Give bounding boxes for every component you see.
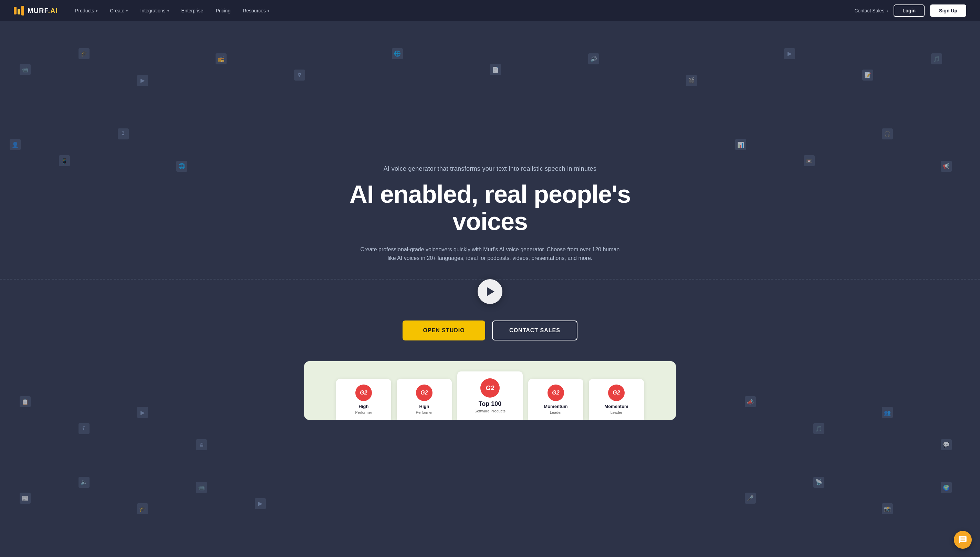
bg-icon: 📣 xyxy=(745,396,756,407)
nav-item-create[interactable]: Create ▾ xyxy=(105,5,132,16)
cta-buttons: OPEN STUDIO CONTACT SALES xyxy=(335,321,645,340)
logo-bar-2 xyxy=(18,9,20,15)
chevron-down-icon: ▾ xyxy=(126,9,128,13)
login-button[interactable]: Login xyxy=(894,5,925,17)
bg-icon: 🔊 xyxy=(588,53,599,64)
bg-icon: ▶ xyxy=(137,407,148,418)
bg-icon: 📸 xyxy=(882,503,893,514)
bg-icon: 📼 xyxy=(804,155,815,166)
contact-sales-label: Contact Sales xyxy=(854,8,884,13)
open-studio-button[interactable]: OPEN STUDIO xyxy=(403,321,485,340)
bg-icon: 📹 xyxy=(196,482,207,493)
award-card-5: G2 Momentum Leader xyxy=(589,379,644,420)
bg-icon: 📊 xyxy=(735,139,746,150)
bg-icon: 🎙 xyxy=(294,70,305,81)
chat-icon xyxy=(958,535,967,544)
award-card-4: G2 Momentum Leader xyxy=(528,379,583,420)
bg-icon: 🎵 xyxy=(931,53,942,64)
award-card-2: G2 High Performer xyxy=(397,379,452,420)
play-button[interactable] xyxy=(478,279,502,304)
navbar: MURF.AI Products ▾ Create ▾ Integrations… xyxy=(0,0,980,21)
award-sub-1: Performer xyxy=(341,410,386,414)
nav-item-resources[interactable]: Resources ▾ xyxy=(238,5,274,16)
hero-title: AI enabled, real people's voices xyxy=(335,181,645,235)
bg-icon: 🎓 xyxy=(137,503,148,514)
nav-item-products[interactable]: Products ▾ xyxy=(70,5,102,16)
logo-text: MURF.AI xyxy=(28,7,58,15)
bg-icon: 📰 xyxy=(20,493,31,504)
nav-label-pricing: Pricing xyxy=(215,8,230,13)
logo-bar-3 xyxy=(21,6,24,15)
navbar-right: Contact Sales › Login Sign Up xyxy=(854,5,966,17)
bg-icon: ▶ xyxy=(255,498,266,509)
bg-icon: 📋 xyxy=(20,396,31,407)
award-title-3: Top 100 xyxy=(463,401,517,407)
g2-badge-5: G2 xyxy=(608,384,625,401)
logo-suffix: .AI xyxy=(48,7,58,15)
awards-container: G2 High Performer G2 High Performer G2 T… xyxy=(304,361,676,420)
g2-badge-2: G2 xyxy=(416,384,432,401)
award-title-5: Momentum xyxy=(594,404,639,409)
chevron-down-icon: ▾ xyxy=(267,9,269,13)
bg-icon: 📱 xyxy=(59,155,70,166)
chevron-down-icon: ▾ xyxy=(96,9,98,13)
bg-icon: 🔈 xyxy=(78,477,90,488)
bg-icon: 📄 xyxy=(490,64,501,75)
nav-item-pricing[interactable]: Pricing xyxy=(211,5,235,16)
bg-icon: 🎤 xyxy=(745,493,756,504)
nav-label-create: Create xyxy=(110,8,124,13)
award-card-1: G2 High Performer xyxy=(336,379,391,420)
bg-icon: 📢 xyxy=(941,161,952,172)
bg-icon: 🎧 xyxy=(882,129,893,139)
play-button-wrapper xyxy=(335,279,645,304)
contact-sales-nav[interactable]: Contact Sales › xyxy=(854,8,888,13)
play-icon xyxy=(487,287,494,296)
nav-label-integrations: Integrations xyxy=(140,8,165,13)
award-sub-5: Leader xyxy=(594,410,639,414)
nav-item-integrations[interactable]: Integrations ▾ xyxy=(135,5,174,16)
award-title-2: High xyxy=(401,404,447,409)
hero-section: 📹 🎓 ▶ 📻 🎙 🌐 📄 🔊 🎬 ▶ 📝 🎵 👤 📱 🎙 🌐 📊 📼 🎧 📢 … xyxy=(0,21,980,557)
nav-label-products: Products xyxy=(75,8,94,13)
nav-items: Products ▾ Create ▾ Integrations ▾ Enter… xyxy=(70,5,274,16)
bg-icon: 📻 xyxy=(215,53,227,64)
bg-icon: 📝 xyxy=(862,70,873,81)
hero-description: Create professional-grade voiceovers qui… xyxy=(356,245,624,263)
nav-label-resources: Resources xyxy=(243,8,266,13)
bg-icon: ▶ xyxy=(784,48,795,59)
nav-item-enterprise[interactable]: Enterprise xyxy=(177,5,208,16)
bg-icon: 📡 xyxy=(813,477,824,488)
bg-icon: 👥 xyxy=(882,407,893,418)
awards-section: G2 High Performer G2 High Performer G2 T… xyxy=(304,361,676,420)
g2-badge-4: G2 xyxy=(548,384,564,401)
nav-label-enterprise: Enterprise xyxy=(181,8,204,13)
bg-icon: 🌍 xyxy=(941,482,952,493)
bg-icon: 🌐 xyxy=(392,48,403,59)
navbar-left: MURF.AI Products ▾ Create ▾ Integrations… xyxy=(14,5,274,16)
g2-badge-3: G2 xyxy=(480,378,500,397)
logo[interactable]: MURF.AI xyxy=(14,6,58,15)
chevron-down-icon: ▾ xyxy=(167,9,169,13)
logo-icon xyxy=(14,6,24,15)
chat-bubble-button[interactable] xyxy=(954,531,972,549)
arrow-right-icon: › xyxy=(886,8,888,13)
award-title-4: Momentum xyxy=(533,404,579,409)
bg-icon: 🎬 xyxy=(686,75,697,86)
bg-icon: 🎵 xyxy=(813,423,824,434)
bg-icon: 📹 xyxy=(20,64,31,75)
award-sub-3: Software Products xyxy=(463,409,517,413)
bg-icon: ▶ xyxy=(137,75,148,86)
logo-bar-1 xyxy=(14,7,16,15)
bg-icon: 🎓 xyxy=(78,48,90,59)
bg-icon: 🎙 xyxy=(118,129,129,139)
award-sub-4: Leader xyxy=(533,410,579,414)
bg-icon: 🌐 xyxy=(176,161,188,172)
signup-button[interactable]: Sign Up xyxy=(930,5,966,17)
award-title-1: High xyxy=(341,404,386,409)
bg-icon: 🖥 xyxy=(196,439,207,450)
bg-icon: 🎙 xyxy=(78,423,90,434)
contact-sales-button[interactable]: CONTACT SALES xyxy=(492,321,577,340)
g2-badge-1: G2 xyxy=(355,384,372,401)
award-card-3-featured: G2 Top 100 Software Products xyxy=(457,371,523,420)
bg-icon: 👤 xyxy=(10,139,21,150)
